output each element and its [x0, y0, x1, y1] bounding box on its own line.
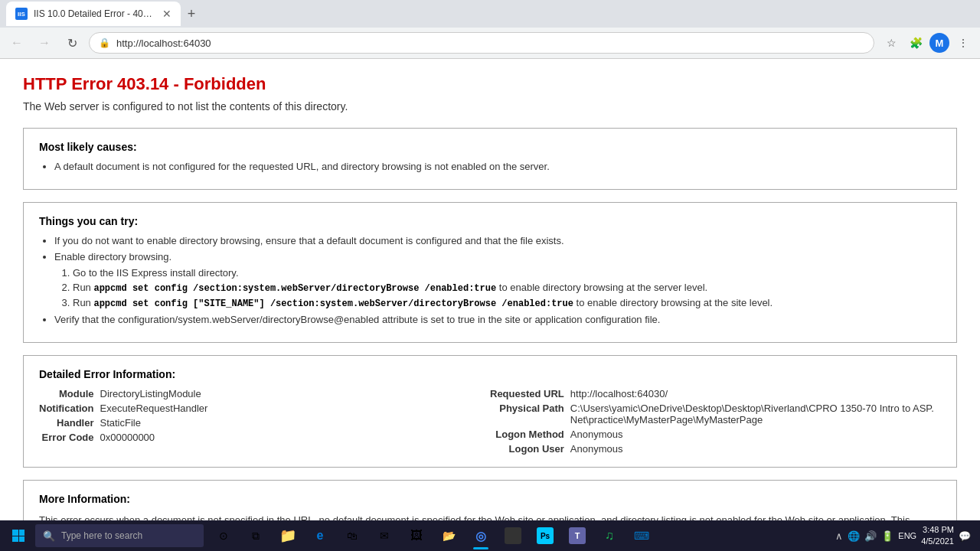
error-code-label: Error Code [39, 432, 94, 443]
taskbar-search[interactable]: 🔍 Type here to search [35, 524, 204, 547]
photoshop-icon: Ps [537, 527, 554, 544]
explorer2-icon: 📂 [440, 527, 457, 544]
forward-button[interactable]: → [34, 32, 55, 54]
file-explorer-icon: 📁 [279, 527, 296, 544]
detailed-error-title: Detailed Error Information: [39, 368, 941, 380]
physical-path-label: Physical Path [490, 403, 564, 425]
taskbar-app-icons: ⊙ ⧉ 📁 e 🛍 ✉ 🖼 📂 ◎ Ps [208, 520, 657, 551]
handler-label: Handler [39, 417, 94, 429]
taskbar-app-file-explorer[interactable]: 📁 [273, 520, 303, 551]
taskbar-app-chrome[interactable]: ◎ [466, 520, 496, 551]
vscode-icon: ⌨ [633, 527, 650, 544]
tab-bar: IIS IIS 10.0 Detailed Error - 403.14 - ✕… [0, 0, 980, 28]
unknown-app-icon [505, 527, 521, 544]
tab-close-button[interactable]: ✕ [162, 8, 172, 20]
address-bar-row: ← → ↻ 🔒 http://localhost:64030 ☆ 🧩 M ⋮ [0, 28, 980, 58]
taskbar: 🔍 Type here to search ⊙ ⧉ 📁 e 🛍 ✉ 🖼 📂 ◎ [0, 520, 980, 551]
error-title: HTTP Error 403.14 - Forbidden [23, 74, 957, 94]
menu-button[interactable]: ⋮ [952, 32, 974, 54]
taskbar-app-mail[interactable]: ✉ [369, 520, 400, 551]
try-item-3: Verify that the configuration/system.web… [54, 314, 941, 325]
system-clock[interactable]: 3:48 PM 4/5/2021 [921, 524, 954, 548]
system-tray: ∧ 🌐 🔊 🔋 ENG 3:48 PM 4/5/2021 💬 [835, 524, 977, 548]
toolbar-icons: ☆ 🧩 M ⋮ [880, 32, 974, 54]
taskbar-app-task-view[interactable]: ⧉ [240, 520, 271, 551]
handler-value: StaticFile [100, 417, 491, 429]
profile-button[interactable]: M [929, 33, 949, 53]
steps-list: Go to the IIS Express install directory.… [54, 267, 941, 309]
teams-icon: T [569, 527, 586, 544]
spotify-icon: ♫ [601, 527, 618, 544]
start-button[interactable] [3, 520, 34, 551]
things-to-try-box: Things you can try: If you do not want t… [23, 202, 957, 343]
step-1: Go to the IIS Express install directory. [73, 267, 941, 279]
error-subtitle: The Web server is configured to not list… [23, 100, 957, 112]
cortana-icon: ⊙ [215, 527, 232, 544]
extensions-button[interactable]: 🧩 [905, 32, 926, 54]
active-tab[interactable]: IIS IIS 10.0 Detailed Error - 403.14 - ✕ [6, 2, 181, 26]
browser-chrome: IIS IIS 10.0 Detailed Error - 403.14 - ✕… [0, 0, 980, 59]
more-info-title: More Information: [39, 493, 941, 505]
edge-icon: e [312, 527, 328, 544]
try-item-1: If you do not want to enable directory b… [54, 235, 941, 246]
physical-path-value: C:\Users\yamic\OneDrive\Desktop\Desktop\… [570, 403, 941, 425]
tray-network-icon[interactable]: 🌐 [848, 530, 860, 542]
taskbar-app-teams[interactable]: T [562, 520, 593, 551]
likely-causes-title: Most likely causes: [39, 141, 941, 153]
task-view-icon: ⧉ [247, 527, 264, 544]
notification-value: ExecuteRequestHandler [100, 403, 491, 414]
logon-method-label: Logon Method [490, 429, 564, 440]
lock-icon: 🔒 [99, 37, 110, 48]
module-value: DirectoryListingModule [100, 388, 491, 399]
taskbar-app-photos[interactable]: 🖼 [401, 520, 432, 551]
address-bar[interactable]: 🔒 http://localhost:64030 [89, 32, 874, 54]
search-placeholder: Type here to search [61, 530, 142, 541]
tray-volume-icon[interactable]: 🔊 [864, 530, 877, 542]
things-to-try-title: Things you can try: [39, 215, 941, 227]
logon-user-value: Anonymous [570, 443, 941, 455]
tab-title: IIS 10.0 Detailed Error - 403.14 - [34, 8, 156, 19]
notification-label: Notification [39, 403, 94, 414]
detailed-error-box: Detailed Error Information: Module Direc… [23, 355, 957, 468]
taskbar-app-store[interactable]: 🛍 [337, 520, 368, 551]
detail-right-col: Requested URL http://localhost:64030/ Ph… [490, 388, 941, 455]
taskbar-app-vscode[interactable]: ⌨ [626, 520, 657, 551]
tray-time-display: 3:48 PM [921, 524, 954, 536]
logon-user-label: Logon User [490, 443, 564, 455]
things-to-try-list: If you do not want to enable directory b… [39, 235, 941, 325]
tray-date-display: 4/5/2021 [921, 536, 954, 547]
detail-left-col: Module DirectoryListingModule Notificati… [39, 388, 490, 455]
url-text: http://localhost:64030 [116, 37, 864, 49]
likely-causes-box: Most likely causes: A default document i… [23, 128, 957, 190]
refresh-button[interactable]: ↻ [61, 32, 83, 54]
chrome-icon: ◎ [472, 527, 489, 544]
windows-logo-icon [12, 530, 24, 542]
photos-icon: 🖼 [408, 527, 425, 544]
tray-chevron[interactable]: ∧ [835, 530, 843, 542]
taskbar-app-photoshop[interactable]: Ps [530, 520, 560, 551]
new-tab-button[interactable]: + [181, 3, 202, 24]
logon-method-value: Anonymous [570, 429, 941, 440]
detail-table: Module DirectoryListingModule Notificati… [39, 388, 941, 455]
likely-cause-item-1: A default document is not configured for… [54, 161, 941, 172]
tray-battery-icon[interactable]: 🔋 [881, 530, 893, 542]
page-content: HTTP Error 403.14 - Forbidden The Web se… [0, 59, 980, 551]
taskbar-app-explorer2[interactable]: 📂 [433, 520, 464, 551]
taskbar-app-spotify[interactable]: ♫ [594, 520, 625, 551]
module-label: Module [39, 388, 94, 399]
taskbar-app-unknown[interactable] [498, 520, 528, 551]
step-3: Run appcmd set config ["SITE_NAME"] /sec… [73, 297, 941, 309]
notification-icon[interactable]: 💬 [959, 530, 971, 542]
step-2: Run appcmd set config /section:system.we… [73, 282, 941, 294]
store-icon: 🛍 [344, 527, 361, 544]
requested-url-label: Requested URL [490, 388, 564, 399]
bookmark-button[interactable]: ☆ [880, 32, 902, 54]
try-item-2: Enable directory browsing. Go to the IIS… [54, 251, 941, 309]
error-code-value: 0x00000000 [100, 432, 491, 443]
tray-lang-icon: ENG [898, 531, 916, 540]
back-button[interactable]: ← [6, 32, 28, 54]
mail-icon: ✉ [376, 527, 393, 544]
taskbar-app-cortana[interactable]: ⊙ [208, 520, 239, 551]
search-icon: 🔍 [43, 530, 55, 542]
taskbar-app-edge[interactable]: e [305, 520, 335, 551]
